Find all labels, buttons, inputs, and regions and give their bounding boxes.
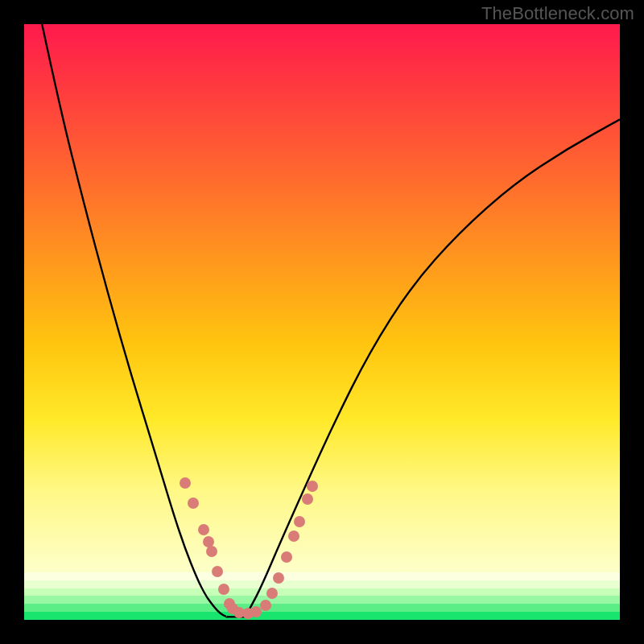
plot-area <box>24 24 620 620</box>
data-marker <box>302 493 313 505</box>
data-marker <box>260 600 271 611</box>
outer-frame: TheBottleneck.com <box>0 0 644 644</box>
data-marker <box>281 551 292 563</box>
curve-layer <box>24 24 620 620</box>
marker-group <box>180 477 318 619</box>
data-marker <box>188 497 199 509</box>
watermark-text: TheBottleneck.com <box>481 3 634 24</box>
data-marker <box>273 572 284 584</box>
data-marker <box>218 584 229 595</box>
data-marker <box>212 566 223 577</box>
data-marker <box>307 481 318 492</box>
data-marker <box>288 530 299 542</box>
data-marker <box>203 536 214 547</box>
data-marker <box>250 606 262 617</box>
data-marker <box>206 546 217 557</box>
data-marker <box>266 588 278 599</box>
data-marker <box>294 516 305 527</box>
data-marker <box>198 524 209 535</box>
data-marker <box>180 477 191 489</box>
right-curve-path <box>245 119 620 617</box>
